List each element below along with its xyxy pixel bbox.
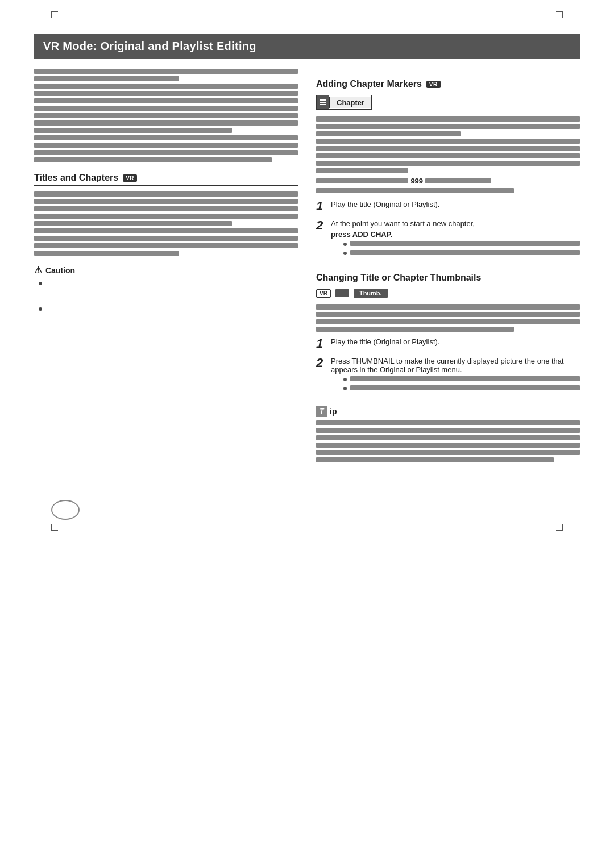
text-line [34, 221, 232, 226]
text-line [316, 168, 408, 173]
titles-chapters-heading: Titles and Chapters VR [34, 173, 298, 186]
text-line [316, 161, 580, 166]
text-line [316, 124, 580, 129]
text-line [316, 457, 554, 462]
step-number-1: 1 [316, 200, 326, 212]
bullet-2 [338, 250, 580, 257]
text-line [34, 236, 298, 241]
bullet-dot [343, 243, 347, 246]
text-after-number [425, 178, 491, 183]
tip-label: ip [330, 407, 337, 416]
text-line [316, 153, 580, 158]
bullet-icon [39, 307, 42, 311]
icon-line [320, 99, 326, 101]
text-line [34, 143, 298, 148]
bullet-dot [343, 387, 347, 390]
bullet-c-1 [338, 376, 580, 383]
step-number-1c: 1 [316, 337, 326, 350]
text-line [316, 304, 580, 310]
vr-badge: VR [123, 174, 137, 182]
step-1c-text: Play the title (Original or Playlist). [331, 337, 580, 346]
bullet-1 [338, 241, 580, 248]
text-line [34, 69, 298, 74]
text-line [34, 135, 298, 140]
text-line [34, 251, 179, 256]
changing-heading: Changing Title or Chapter Thumbnails [316, 273, 580, 283]
chapter-btn-icon [317, 95, 329, 109]
text-line [350, 385, 580, 390]
text-line [350, 250, 580, 255]
caution-item-2 [34, 306, 298, 320]
step-2-content: At the point you want to start a new cha… [331, 219, 580, 259]
step-2-adding: 2 At the point you want to start a new c… [316, 219, 580, 259]
text-line [316, 435, 580, 440]
bullet-icon [39, 282, 42, 285]
caution-label: Caution [45, 266, 75, 275]
titles-chapters-text [34, 191, 298, 256]
titles-chapters-label: Titles and Chapters [34, 173, 118, 183]
text-line [34, 206, 298, 211]
changing-label: Changing Title or Chapter Thumbnails [316, 273, 481, 283]
step-1-text: Play the title (Original or Playlist). [331, 200, 580, 208]
step-2c-text: Press THUMBNAIL to make the currently di… [331, 357, 580, 374]
text-before-number [316, 178, 408, 183]
text-line [34, 84, 298, 89]
icon-line [320, 104, 326, 105]
text-line [34, 228, 298, 233]
adding-chapter-label: Adding Chapter Markers [316, 79, 422, 89]
text-line [316, 312, 580, 317]
corner-bl [51, 524, 58, 531]
tip-heading: T ip [316, 406, 580, 417]
page-title: VR Mode: Original and Playlist Editing [34, 34, 580, 59]
step-1-content: Play the title (Original or Playlist). [331, 200, 580, 211]
bullet-c-2 [338, 385, 580, 393]
corner-tl [51, 11, 58, 18]
corner-br [556, 524, 563, 531]
text-line [316, 188, 514, 193]
tip-text [316, 420, 580, 462]
text-line [34, 191, 298, 197]
adding-chapter-heading: Adding Chapter Markers VR [316, 79, 580, 89]
text-line [34, 120, 298, 126]
chapter-btn-label: Chapter [329, 97, 371, 108]
vr-badge-outline: VR [316, 289, 331, 298]
step-number-2c: 2 [316, 357, 326, 369]
step-2-text-line1: At the point you want to start a new cha… [331, 219, 580, 228]
text-line [316, 319, 580, 324]
text-line [34, 113, 298, 118]
changing-intro-text [316, 304, 580, 332]
left-column: Titles and Chapters VR ⚠ Caution [34, 69, 298, 324]
icon-line [320, 102, 326, 103]
text-line [34, 157, 272, 162]
bullet-dot [343, 252, 347, 255]
bullet-dot [343, 378, 347, 381]
step-2-changing: 2 Press THUMBNAIL to make the currently … [316, 357, 580, 394]
text-line [316, 420, 580, 425]
bold-number: 999 [410, 177, 423, 185]
corner-tr [556, 11, 563, 18]
text-line [34, 106, 298, 111]
caution-heading: ⚠ Caution [34, 265, 298, 276]
oval-decoration [51, 500, 80, 520]
step-1-adding: 1 Play the title (Original or Playlist). [316, 200, 580, 212]
caution-icon: ⚠ [34, 265, 42, 276]
text-line [350, 376, 580, 381]
tip-section: T ip [316, 406, 580, 462]
adding-intro-text [316, 116, 580, 173]
text-line [34, 199, 298, 204]
text-line [350, 241, 580, 246]
step-2-bullets [331, 241, 580, 257]
main-content: Titles and Chapters VR ⚠ Caution [34, 69, 580, 466]
chapter-button-row: Chapter [316, 95, 372, 110]
step-1c-content: Play the title (Original or Playlist). [331, 337, 580, 348]
text-line [34, 150, 298, 155]
text-line [316, 450, 580, 455]
thumb-button: Thumb. [354, 289, 388, 298]
thumb-row: VR Thumb. [316, 289, 580, 298]
intro-text [34, 69, 298, 162]
black-square-icon [335, 289, 349, 297]
text-line [34, 91, 298, 96]
text-line [34, 128, 232, 133]
text-line [316, 327, 514, 332]
caution-item-1 [34, 280, 298, 302]
